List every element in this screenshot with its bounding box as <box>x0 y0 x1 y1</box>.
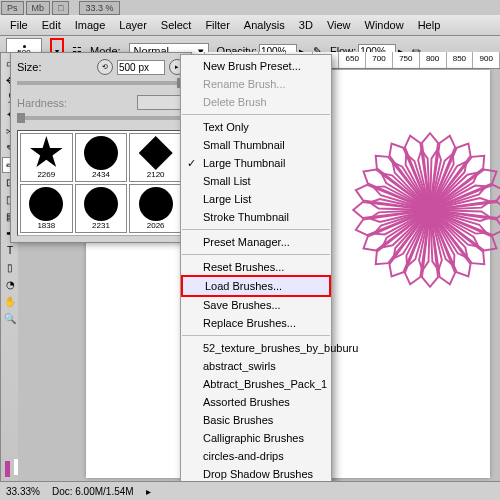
hardness-label: Hardness: <box>17 97 67 109</box>
menu-edit[interactable]: Edit <box>36 17 67 33</box>
hardness-input <box>137 95 185 110</box>
menu-file[interactable]: File <box>4 17 34 33</box>
menu-item[interactable]: Reset Brushes... <box>181 258 331 276</box>
brush-context-menu: New Brush Preset...Rename Brush...Delete… <box>180 54 332 500</box>
menu-view[interactable]: View <box>321 17 357 33</box>
menu-select[interactable]: Select <box>155 17 198 33</box>
menu-item[interactable]: Load Brushes... <box>181 275 331 297</box>
menu-item[interactable]: Replace Brushes... <box>181 314 331 332</box>
menu-filter[interactable]: Filter <box>199 17 235 33</box>
tool-path[interactable]: ▯ <box>2 259 18 275</box>
tool-shape[interactable]: ◔ <box>2 276 18 292</box>
title-tabs: Ps Mb □ 33.3 % <box>0 0 121 16</box>
menu-item[interactable]: circles-and-drips <box>181 447 331 465</box>
app-tab[interactable]: Mb <box>26 1 51 15</box>
app-tab[interactable]: Ps <box>1 1 24 15</box>
menu-item[interactable]: Large List <box>181 190 331 208</box>
brush-thumb[interactable]: 2026 <box>129 184 182 233</box>
app-tab[interactable]: □ <box>52 1 69 15</box>
menu-layer[interactable]: Layer <box>113 17 153 33</box>
menu-item[interactable]: 52_texture_brushes_by_buburu <box>181 339 331 357</box>
menu-item[interactable]: New Brush Preset... <box>181 57 331 75</box>
brush-thumb[interactable]: 1838 <box>20 184 73 233</box>
menu-item[interactable]: Assorted Brushes <box>181 393 331 411</box>
size-slider[interactable] <box>17 81 185 85</box>
status-zoom[interactable]: 33.33% <box>6 486 40 497</box>
brush-thumb[interactable]: 2231 <box>75 184 128 233</box>
menu-help[interactable]: Help <box>412 17 447 33</box>
menu-item[interactable]: Abtract_Brushes_Pack_1 <box>181 375 331 393</box>
tool-zoom[interactable]: 🔍 <box>2 310 18 326</box>
menu-item[interactable]: Small Thumbnail <box>181 136 331 154</box>
size-label: Size: <box>17 61 41 73</box>
menu-item: Rename Brush... <box>181 75 331 93</box>
menu-item: Delete Brush <box>181 93 331 111</box>
reset-size-icon[interactable]: ⟲ <box>97 59 113 75</box>
menu-item[interactable]: Basic Brushes <box>181 411 331 429</box>
brush-thumb[interactable]: 2434 <box>75 133 128 182</box>
menu-bar: File Edit Image Layer Select Filter Anal… <box>0 15 500 36</box>
menu-image[interactable]: Image <box>69 17 112 33</box>
hardness-slider[interactable] <box>17 116 185 120</box>
status-bar: 33.33% Doc: 6.00M/1.54M ▸ <box>0 481 500 500</box>
brush-thumb[interactable]: 2269 <box>20 133 73 182</box>
menu-item[interactable]: Preset Manager... <box>181 233 331 251</box>
status-doc: Doc: 6.00M/1.54M <box>52 486 134 497</box>
menu-window[interactable]: Window <box>359 17 410 33</box>
brush-thumb[interactable]: 2120 <box>129 133 182 182</box>
size-input[interactable] <box>117 60 165 75</box>
brush-preset-panel: Size: ⟲▸ Hardness: 2269 2434 2120 1838 2… <box>10 52 192 243</box>
menu-item[interactable]: Save Brushes... <box>181 296 331 314</box>
menu-item[interactable]: abstract_swirls <box>181 357 331 375</box>
menu-item[interactable]: Small List <box>181 172 331 190</box>
tool-hand[interactable]: ✋ <box>2 293 18 309</box>
brush-thumbnail-grid[interactable]: 2269 2434 2120 1838 2231 2026 <box>17 130 185 236</box>
menu-item[interactable]: Stroke Thumbnail <box>181 208 331 226</box>
zoom-display: 33.3 % <box>79 1 119 15</box>
flower-artwork <box>350 130 500 290</box>
menu-3d[interactable]: 3D <box>293 17 319 33</box>
menu-item[interactable]: Calligraphic Brushes <box>181 429 331 447</box>
menu-analysis[interactable]: Analysis <box>238 17 291 33</box>
tool-type[interactable]: T <box>2 242 18 258</box>
menu-item[interactable]: Text Only <box>181 118 331 136</box>
menu-item[interactable]: Large Thumbnail <box>181 154 331 172</box>
